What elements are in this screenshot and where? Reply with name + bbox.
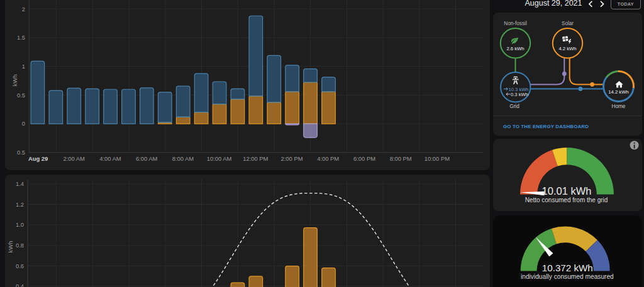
svg-text:0.5: 0.5 [17, 149, 25, 156]
svg-text:2:00 AM: 2:00 AM [63, 155, 85, 162]
svg-text:1.0: 1.0 [16, 222, 24, 228]
svg-text:1.2: 1.2 [16, 202, 24, 208]
svg-text:Aug 29: Aug 29 [28, 155, 48, 162]
svg-text:Netto consumed from the grid: Netto consumed from the grid [525, 197, 608, 203]
svg-text:kWh: kWh [11, 75, 18, 87]
svg-text:kWh: kWh [7, 241, 14, 253]
svg-text:10:00 PM: 10:00 PM [425, 155, 450, 162]
svg-text:1: 1 [22, 63, 25, 70]
svg-text:0.6: 0.6 [16, 263, 24, 269]
svg-text:individually consumed measured: individually consumed measured [521, 273, 614, 280]
svg-text:4:00 AM: 4:00 AM [99, 155, 121, 162]
svg-text:8:00 PM: 8:00 PM [390, 155, 412, 162]
svg-text:10.372 kWh: 10.372 kWh [542, 263, 593, 273]
svg-text:2:00 PM: 2:00 PM [281, 155, 303, 162]
svg-text:10.01 kWh: 10.01 kWh [542, 185, 592, 197]
svg-text:6:00 PM: 6:00 PM [353, 155, 375, 162]
svg-text:1.5: 1.5 [17, 35, 25, 41]
svg-text:0.8: 0.8 [16, 242, 24, 249]
svg-text:6:00 AM: 6:00 AM [136, 155, 158, 162]
svg-text:2: 2 [22, 6, 25, 13]
svg-text:4:00 PM: 4:00 PM [317, 155, 339, 162]
svg-text:10:00 AM: 10:00 AM [207, 155, 232, 162]
svg-text:12:00 PM: 12:00 PM [243, 155, 268, 162]
svg-text:8:00 AM: 8:00 AM [172, 155, 194, 162]
svg-text:0: 0 [22, 121, 25, 127]
svg-text:1.4: 1.4 [16, 181, 24, 187]
svg-text:0.4: 0.4 [16, 283, 24, 287]
svg-text:0.5: 0.5 [17, 92, 25, 99]
